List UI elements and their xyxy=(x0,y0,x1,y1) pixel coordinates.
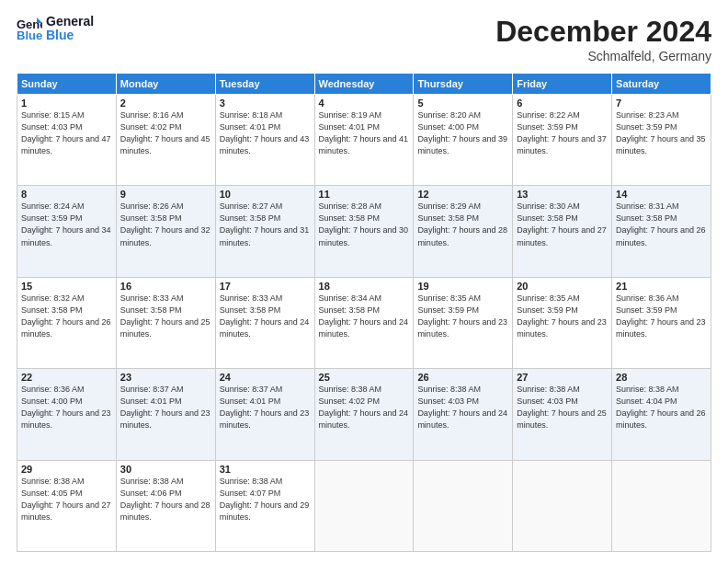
sunrise-text: Sunrise: 8:18 AM xyxy=(220,109,311,121)
day-detail: Sunrise: 8:19 AMSunset: 4:01 PMDaylight:… xyxy=(319,109,410,157)
day-detail: Sunrise: 8:35 AMSunset: 3:59 PMDaylight:… xyxy=(417,293,508,340)
calendar-cell: 16Sunrise: 8:33 AMSunset: 3:58 PMDayligh… xyxy=(116,277,215,368)
calendar-cell: 1Sunrise: 8:15 AMSunset: 4:03 PMDaylight… xyxy=(17,95,117,186)
daylight-text: Daylight: 7 hours and 25 minutes. xyxy=(120,316,211,340)
sunset-text: Sunset: 4:02 PM xyxy=(120,121,211,133)
sunset-text: Sunset: 4:01 PM xyxy=(319,121,410,133)
day-number: 30 xyxy=(120,464,211,475)
day-detail: Sunrise: 8:38 AMSunset: 4:05 PMDaylight:… xyxy=(21,476,112,523)
day-number: 31 xyxy=(220,464,311,475)
logo-icon: General Blue xyxy=(17,16,42,41)
day-number: 12 xyxy=(417,189,508,200)
calendar-cell: 7Sunrise: 8:23 AMSunset: 3:59 PMDaylight… xyxy=(612,95,711,186)
svg-text:Blue: Blue xyxy=(17,29,42,41)
daylight-text: Daylight: 7 hours and 41 minutes. xyxy=(319,133,410,157)
sunrise-text: Sunrise: 8:38 AM xyxy=(220,476,311,488)
calendar-cell: 5Sunrise: 8:20 AMSunset: 4:00 PMDaylight… xyxy=(414,95,513,186)
sunset-text: Sunset: 3:58 PM xyxy=(517,213,608,224)
calendar-cell: 23Sunrise: 8:37 AMSunset: 4:01 PMDayligh… xyxy=(116,369,215,460)
day-number: 17 xyxy=(220,281,311,292)
daylight-text: Daylight: 7 hours and 30 minutes. xyxy=(319,224,410,248)
sunset-text: Sunset: 4:01 PM xyxy=(120,396,211,408)
calendar-cell: 4Sunrise: 8:19 AMSunset: 4:01 PMDaylight… xyxy=(314,95,414,186)
sunrise-text: Sunrise: 8:23 AM xyxy=(616,109,707,121)
sunrise-text: Sunrise: 8:35 AM xyxy=(417,293,508,304)
sunrise-text: Sunrise: 8:35 AM xyxy=(517,293,608,304)
calendar-cell: 13Sunrise: 8:30 AMSunset: 3:58 PMDayligh… xyxy=(513,186,612,277)
sunrise-text: Sunrise: 8:38 AM xyxy=(319,384,410,396)
day-detail: Sunrise: 8:28 AMSunset: 3:58 PMDaylight:… xyxy=(319,201,410,248)
day-detail: Sunrise: 8:34 AMSunset: 3:58 PMDaylight:… xyxy=(319,293,410,340)
sunset-text: Sunset: 4:01 PM xyxy=(220,121,311,133)
day-number: 27 xyxy=(517,372,608,383)
daylight-text: Daylight: 7 hours and 34 minutes. xyxy=(21,224,112,248)
weekday-header-saturday: Saturday xyxy=(612,74,711,95)
weekday-header-monday: Monday xyxy=(116,74,215,95)
day-detail: Sunrise: 8:26 AMSunset: 3:58 PMDaylight:… xyxy=(120,201,211,248)
daylight-text: Daylight: 7 hours and 24 minutes. xyxy=(220,316,311,340)
calendar-table: SundayMondayTuesdayWednesdayThursdayFrid… xyxy=(17,73,711,552)
sunrise-text: Sunrise: 8:38 AM xyxy=(616,384,707,396)
day-detail: Sunrise: 8:36 AMSunset: 4:00 PMDaylight:… xyxy=(21,384,112,431)
day-detail: Sunrise: 8:23 AMSunset: 3:59 PMDaylight:… xyxy=(616,109,707,157)
daylight-text: Daylight: 7 hours and 37 minutes. xyxy=(517,133,608,157)
day-detail: Sunrise: 8:33 AMSunset: 3:58 PMDaylight:… xyxy=(220,293,311,340)
weekday-header-friday: Friday xyxy=(513,74,612,95)
sunrise-text: Sunrise: 8:22 AM xyxy=(517,109,608,121)
day-detail: Sunrise: 8:38 AMSunset: 4:03 PMDaylight:… xyxy=(517,384,608,431)
sunrise-text: Sunrise: 8:27 AM xyxy=(220,201,311,213)
weekday-header-wednesday: Wednesday xyxy=(314,74,414,95)
daylight-text: Daylight: 7 hours and 47 minutes. xyxy=(21,133,112,157)
calendar-cell: 3Sunrise: 8:18 AMSunset: 4:01 PMDaylight… xyxy=(215,95,314,186)
logo-general: General xyxy=(46,15,94,29)
sunset-text: Sunset: 4:06 PM xyxy=(120,488,211,500)
sunrise-text: Sunrise: 8:33 AM xyxy=(120,293,211,304)
calendar-cell: 26Sunrise: 8:38 AMSunset: 4:03 PMDayligh… xyxy=(414,369,513,460)
sunrise-text: Sunrise: 8:36 AM xyxy=(616,293,707,304)
day-number: 2 xyxy=(120,98,211,109)
daylight-text: Daylight: 7 hours and 23 minutes. xyxy=(417,316,508,340)
day-detail: Sunrise: 8:31 AMSunset: 3:58 PMDaylight:… xyxy=(616,201,707,248)
day-number: 23 xyxy=(120,372,211,383)
sunset-text: Sunset: 3:58 PM xyxy=(120,213,211,224)
daylight-text: Daylight: 7 hours and 26 minutes. xyxy=(616,408,707,431)
day-detail: Sunrise: 8:18 AMSunset: 4:01 PMDaylight:… xyxy=(220,109,311,157)
header: General Blue General Blue December 2024 … xyxy=(17,15,711,63)
day-number: 19 xyxy=(417,281,508,292)
day-detail: Sunrise: 8:27 AMSunset: 3:58 PMDaylight:… xyxy=(220,201,311,248)
sunset-text: Sunset: 3:58 PM xyxy=(417,213,508,224)
sunset-text: Sunset: 4:04 PM xyxy=(616,396,707,408)
logo-blue: Blue xyxy=(46,29,94,42)
day-detail: Sunrise: 8:35 AMSunset: 3:59 PMDaylight:… xyxy=(517,293,608,340)
calendar-cell: 29Sunrise: 8:38 AMSunset: 4:05 PMDayligh… xyxy=(17,460,117,551)
sunrise-text: Sunrise: 8:24 AM xyxy=(21,201,112,213)
sunrise-text: Sunrise: 8:37 AM xyxy=(120,384,211,396)
daylight-text: Daylight: 7 hours and 35 minutes. xyxy=(616,133,707,157)
day-detail: Sunrise: 8:16 AMSunset: 4:02 PMDaylight:… xyxy=(120,109,211,157)
sunrise-text: Sunrise: 8:36 AM xyxy=(21,384,112,396)
calendar-cell: 30Sunrise: 8:38 AMSunset: 4:06 PMDayligh… xyxy=(116,460,215,551)
daylight-text: Daylight: 7 hours and 39 minutes. xyxy=(417,133,508,157)
sunset-text: Sunset: 3:59 PM xyxy=(616,121,707,133)
calendar-cell: 14Sunrise: 8:31 AMSunset: 3:58 PMDayligh… xyxy=(612,186,711,277)
sunrise-text: Sunrise: 8:38 AM xyxy=(21,476,112,488)
daylight-text: Daylight: 7 hours and 23 minutes. xyxy=(517,316,608,340)
day-number: 8 xyxy=(21,189,112,200)
calendar-cell: 27Sunrise: 8:38 AMSunset: 4:03 PMDayligh… xyxy=(513,369,612,460)
sunset-text: Sunset: 4:03 PM xyxy=(417,396,508,408)
daylight-text: Daylight: 7 hours and 26 minutes. xyxy=(616,224,707,248)
calendar-cell xyxy=(612,460,711,551)
sunrise-text: Sunrise: 8:28 AM xyxy=(319,201,410,213)
sunrise-text: Sunrise: 8:16 AM xyxy=(120,109,211,121)
sunset-text: Sunset: 3:58 PM xyxy=(220,213,311,224)
sunrise-text: Sunrise: 8:29 AM xyxy=(417,201,508,213)
location-subtitle: Schmalfeld, Germany xyxy=(495,49,711,63)
daylight-text: Daylight: 7 hours and 23 minutes. xyxy=(21,408,112,431)
daylight-text: Daylight: 7 hours and 28 minutes. xyxy=(120,500,211,523)
sunset-text: Sunset: 4:00 PM xyxy=(21,396,112,408)
sunrise-text: Sunrise: 8:19 AM xyxy=(319,109,410,121)
day-detail: Sunrise: 8:29 AMSunset: 3:58 PMDaylight:… xyxy=(417,201,508,248)
calendar-cell: 2Sunrise: 8:16 AMSunset: 4:02 PMDaylight… xyxy=(116,95,215,186)
daylight-text: Daylight: 7 hours and 27 minutes. xyxy=(517,224,608,248)
sunset-text: Sunset: 3:58 PM xyxy=(21,304,112,316)
